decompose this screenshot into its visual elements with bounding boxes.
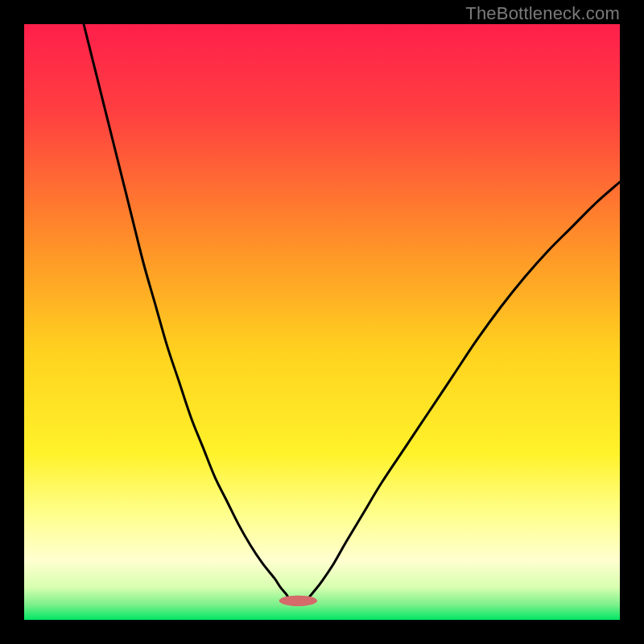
chart-frame (24, 24, 620, 620)
chart-plot (24, 24, 620, 620)
valley-marker (279, 596, 317, 606)
gradient-background (24, 24, 620, 620)
watermark: TheBottleneck.com (465, 3, 620, 24)
